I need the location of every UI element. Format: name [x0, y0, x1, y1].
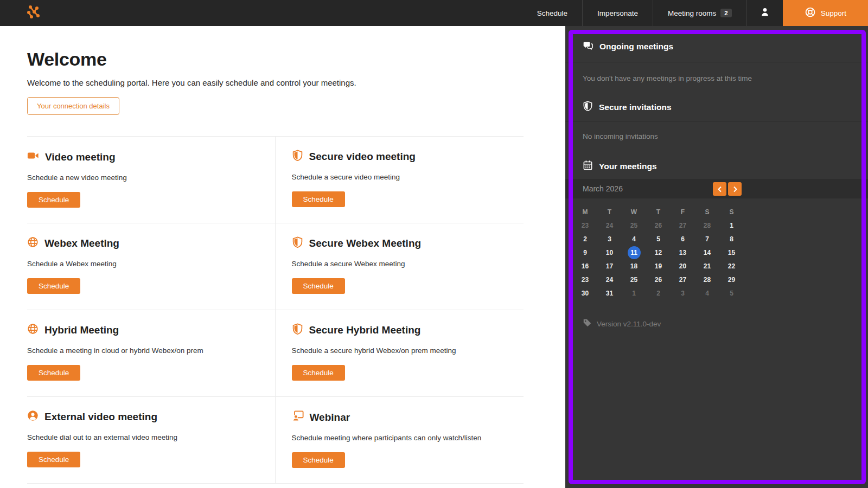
calendar-day[interactable]: 16: [573, 259, 597, 273]
calendar-day[interactable]: 13: [671, 246, 695, 259]
card-description: Schedule a secure hybrid Webex/on prem m…: [292, 346, 524, 355]
chevron-right-icon: [732, 186, 738, 192]
calendar-day[interactable]: 2: [646, 286, 671, 300]
meetings-sidebar: Ongoing meetings You don't have any meet…: [565, 26, 868, 488]
schedule-button[interactable]: Schedule: [292, 278, 345, 294]
navbar-brand[interactable]: [0, 0, 42, 26]
webinar-icon: [292, 410, 304, 425]
calendar-weekday: S: [695, 205, 719, 219]
section-title: Your meetings: [599, 162, 657, 171]
schedule-button[interactable]: Schedule: [27, 365, 80, 381]
calendar-day[interactable]: 28: [695, 219, 719, 232]
shield-icon: [292, 150, 303, 164]
calendar-day[interactable]: 28: [695, 273, 719, 286]
calendar-day[interactable]: 27: [671, 273, 695, 286]
month-calendar: MTWTFSS 23242526272812345678910111213141…: [565, 198, 750, 300]
user-menu-button[interactable]: [746, 0, 783, 26]
schedule-button[interactable]: Schedule: [292, 191, 345, 207]
calendar-day[interactable]: 25: [622, 219, 646, 232]
calendar-day[interactable]: 12: [646, 246, 671, 259]
calendar-day[interactable]: 11: [622, 246, 646, 259]
calendar-day[interactable]: 25: [622, 273, 646, 286]
app-logo-icon: [25, 3, 42, 23]
calendar-day[interactable]: 14: [695, 246, 719, 259]
card-title: Secure Hybrid Meeting: [309, 324, 421, 336]
section-title: Secure invitations: [599, 102, 672, 112]
schedule-button[interactable]: Schedule: [292, 452, 345, 468]
calendar-day[interactable]: 24: [597, 219, 622, 232]
video-camera-icon: [27, 150, 39, 164]
card-title: Webex Meeting: [44, 237, 119, 249]
calendar-day[interactable]: 22: [719, 259, 744, 273]
calendar-day[interactable]: 15: [719, 246, 744, 259]
calendar-icon: [583, 160, 593, 172]
card-external-video-meeting: External video meeting Schedule dial out…: [27, 397, 276, 484]
calendar-day[interactable]: 31: [597, 286, 622, 300]
nav-item-impersonate[interactable]: Impersonate: [582, 0, 653, 26]
calendar-day[interactable]: 2: [573, 232, 597, 246]
calendar-day[interactable]: 1: [622, 286, 646, 300]
calendar-day[interactable]: 26: [646, 273, 671, 286]
schedule-button[interactable]: Schedule: [27, 452, 80, 467]
version-row: Version v2.11.0-dev: [565, 318, 868, 329]
calendar-day[interactable]: 3: [597, 232, 622, 246]
calendar-day[interactable]: 10: [597, 246, 622, 259]
calendar-day[interactable]: 18: [622, 259, 646, 273]
calendar-day[interactable]: 23: [573, 219, 597, 232]
calendar-day[interactable]: 1: [719, 219, 744, 232]
globe-icon: [27, 323, 39, 337]
card-description: Schedule meeting where participants can …: [292, 434, 524, 442]
card-webex-meeting: Webex Meeting Schedule a Webex meeting S…: [27, 223, 276, 310]
calendar-month-bar: March 2026: [565, 179, 868, 198]
calendar-day[interactable]: 29: [719, 273, 744, 286]
calendar-day[interactable]: 4: [695, 286, 719, 300]
calendar-day[interactable]: 6: [671, 232, 695, 246]
globe-icon: [27, 236, 39, 251]
card-description: Schedule a meeting in cloud or hybrid We…: [27, 346, 259, 355]
calendar-day[interactable]: 4: [622, 232, 646, 246]
calendar-next-button[interactable]: [728, 182, 742, 196]
card-title: Secure Webex Meeting: [309, 237, 422, 249]
calendar-day[interactable]: 3: [671, 286, 695, 300]
card-title: Secure video meeting: [309, 151, 416, 163]
card-description: Schedule a new video meeting: [27, 174, 259, 182]
nav-item-meeting-rooms[interactable]: Meeting rooms 2: [653, 0, 746, 26]
chat-bubbles-icon: [583, 40, 593, 53]
secure-invitations-empty-text: No incoming invitations: [565, 121, 868, 155]
card-webinar: Webinar Schedule meeting where participa…: [276, 397, 524, 484]
card-secure-video-meeting: Secure video meeting Schedule a secure v…: [276, 137, 524, 223]
calendar-day-grid: 2324252627281234567891011121314151617181…: [573, 219, 744, 300]
calendar-day[interactable]: 27: [671, 219, 695, 232]
card-title: Hybrid Meeting: [44, 324, 119, 336]
schedule-button[interactable]: Schedule: [27, 278, 80, 294]
calendar-day[interactable]: 24: [597, 273, 622, 286]
calendar-day[interactable]: 30: [573, 286, 597, 300]
calendar-weekday: F: [671, 205, 695, 219]
calendar-day[interactable]: 23: [573, 273, 597, 286]
support-button[interactable]: Support: [783, 0, 868, 26]
nav-item-schedule[interactable]: Schedule: [522, 0, 582, 26]
meeting-rooms-count-badge: 2: [720, 9, 731, 17]
calendar-day[interactable]: 21: [695, 259, 719, 273]
schedule-button[interactable]: Schedule: [27, 192, 80, 208]
nav-item-label: Schedule: [537, 9, 567, 17]
calendar-day[interactable]: 7: [695, 232, 719, 246]
card-title: Video meeting: [45, 151, 116, 163]
calendar-weekday: S: [719, 205, 744, 219]
schedule-button[interactable]: Schedule: [292, 365, 345, 381]
page-subtitle: Welcome to the scheduling portal. Here y…: [27, 78, 565, 87]
calendar-day[interactable]: 8: [719, 232, 744, 246]
calendar-day[interactable]: 5: [719, 286, 744, 300]
calendar-day[interactable]: 20: [671, 259, 695, 273]
connection-details-button[interactable]: Your connection details: [27, 97, 119, 115]
person-icon: [759, 6, 771, 20]
calendar-day[interactable]: 17: [597, 259, 622, 273]
calendar-weekday: T: [597, 205, 622, 219]
calendar-day[interactable]: 19: [646, 259, 671, 273]
calendar-weekday: T: [646, 205, 671, 219]
calendar-prev-button[interactable]: [713, 182, 726, 196]
calendar-day[interactable]: 5: [646, 232, 671, 246]
shield-icon: [292, 236, 303, 251]
calendar-day[interactable]: 9: [573, 246, 597, 259]
calendar-day[interactable]: 26: [646, 219, 671, 232]
